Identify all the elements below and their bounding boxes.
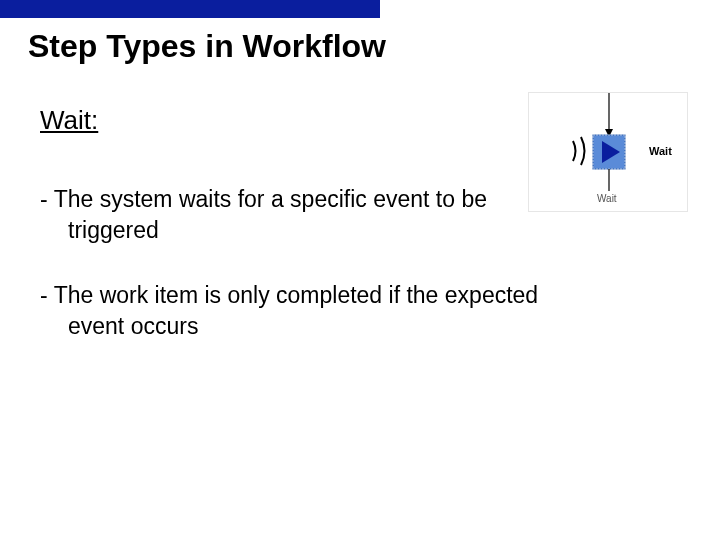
diagram-label: Wait (597, 193, 617, 204)
bullet-text-cont: event occurs (40, 311, 680, 342)
bullet-text: The system waits for a specific event to… (54, 186, 487, 212)
bullet-dash: - (40, 282, 54, 308)
page-title: Step Types in Workflow (0, 18, 720, 65)
bullet-text-cont: triggered (40, 215, 680, 246)
diagram-label: Wait (649, 145, 672, 157)
wave-icon (581, 137, 585, 165)
wave-icon (573, 141, 576, 161)
bullet-dash: - (40, 186, 54, 212)
wait-step-diagram: Wait Wait (528, 92, 688, 212)
bullet-item: - The work item is only completed if the… (40, 280, 680, 342)
header-accent-bar (0, 0, 380, 18)
bullet-text: The work item is only completed if the e… (54, 282, 539, 308)
